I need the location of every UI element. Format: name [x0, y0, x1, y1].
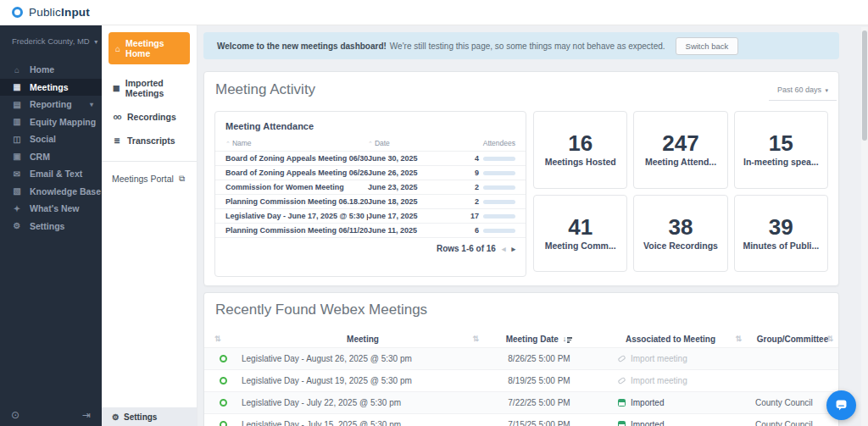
- sidebar-item-home[interactable]: ⌂Home: [0, 61, 102, 79]
- stat-card-meeting-attend[interactable]: 247Meeting Attend...: [633, 111, 727, 189]
- meeting-date: June 26, 2025: [368, 169, 449, 177]
- sidebar-item-label: Equity Mapping: [30, 117, 96, 127]
- attendee-bar-track: [483, 200, 515, 204]
- sidebar-item-label: Social: [30, 134, 56, 144]
- sidebar-item-social[interactable]: ◫Social: [0, 130, 102, 148]
- chat-widget-button[interactable]: [826, 390, 856, 420]
- stat-value: 41: [568, 216, 593, 238]
- table-row[interactable]: Planning Commission Meeting 06/11/2025Ju…: [215, 223, 526, 237]
- meetings-nav-item-imported-meetings[interactable]: ▦Imported Meetings: [102, 71, 197, 105]
- table-row[interactable]: Legislative Day - July 15, 2025 @ 5:30 p…: [204, 413, 838, 426]
- logout-icon[interactable]: ⇥: [82, 409, 91, 421]
- meeting-date-cell: 8/19/25 5:00 PM: [484, 370, 594, 391]
- sidebar-item-knowledge-base[interactable]: ▧Knowledge Base: [0, 183, 102, 201]
- meetings-nav-item-transcripts[interactable]: ≣Transcripts: [102, 129, 197, 152]
- pagination-next-icon[interactable]: ▸: [511, 245, 515, 253]
- attendance-col-name[interactable]: ⌃Name: [225, 139, 368, 147]
- calendar-icon: ▦: [112, 84, 120, 92]
- meeting-date-cell: 7/15/25 5:00 PM: [484, 414, 594, 426]
- attendance-col-date[interactable]: ⌃Date: [368, 139, 449, 147]
- sidebar-item-settings[interactable]: ⚙Settings: [0, 218, 102, 235]
- sidebar-item-email-text[interactable]: ✉Email & Text: [0, 165, 102, 183]
- table-row[interactable]: Legislative Day - August 19, 2025 @ 5:30…: [204, 369, 838, 391]
- stat-label: In-meeting spea...: [743, 157, 819, 167]
- brand-bold: Input: [61, 6, 90, 19]
- meeting-name: Planning Commission Meeting 06.18.2025: [225, 197, 368, 206]
- meeting-name: Legislative Day - June 17, 2025 @ 5:30 p…: [225, 212, 368, 220]
- stat-value: 39: [769, 216, 793, 238]
- table-row[interactable]: Board of Zoning Appeals Meeting 06/26/20…: [215, 165, 526, 180]
- stat-card-voice-recordings[interactable]: 38Voice Recordings: [633, 195, 727, 273]
- col-label-attendees: Attendees: [483, 139, 515, 147]
- attendance-rows: Board of Zoning Appeals Meeting 06/30/20…: [215, 151, 526, 237]
- switch-back-button[interactable]: Switch back: [676, 37, 739, 55]
- table-row[interactable]: Commission for Women MeetingJune 23, 202…: [215, 180, 526, 194]
- meetings-nav-label: Meetings Home: [125, 38, 183, 58]
- attendance-col-attendees[interactable]: Attendees: [449, 139, 515, 147]
- external-link-icon: ⧉: [179, 174, 185, 184]
- webex-col-group-committee[interactable]: Group/Committee⇅: [747, 330, 838, 347]
- link-icon: [617, 355, 626, 362]
- scrollbar-track[interactable]: [861, 27, 868, 426]
- stat-card-in-meeting-spea[interactable]: 15In-meeting spea...: [734, 111, 828, 189]
- clock-icon[interactable]: ⊙: [11, 409, 19, 421]
- sparkle-icon: ✦: [12, 204, 22, 213]
- primary-nav: ⌂Home▦Meetings▤Reporting▾▥Equity Mapping…: [0, 61, 102, 235]
- stat-value: 15: [769, 132, 793, 154]
- org-switcher[interactable]: Frederick County, MD ▾: [0, 25, 102, 54]
- stat-card-meeting-comm[interactable]: 41Meeting Comm...: [533, 195, 627, 273]
- main-content: Welcome to the new meetings dashboard! W…: [197, 25, 868, 426]
- imported-status: Imported: [618, 398, 664, 407]
- stats-grid: 16Meetings Hosted247Meeting Attend...15I…: [533, 111, 828, 272]
- webex-col-associated-to-meeting[interactable]: Associated to Meeting⇅: [594, 330, 747, 347]
- sort-desc-active-icon[interactable]: ↓: [563, 335, 573, 343]
- stat-label: Meeting Attend...: [645, 157, 716, 167]
- webex-col-meeting-date[interactable]: Meeting Date↓: [484, 330, 594, 347]
- meeting-name: Planning Commission Meeting 06/11/2025: [225, 226, 368, 235]
- date-range-dropdown[interactable]: Past 60 days ▾: [769, 82, 837, 101]
- crm-icon: ▣: [12, 152, 22, 161]
- stat-value: 16: [568, 132, 593, 154]
- meeting-attendance-panel: Meeting Attendance ⌃Name ⌃Date Attendees…: [214, 111, 526, 277]
- sidebar-item-label: Settings: [30, 221, 64, 231]
- table-row[interactable]: Planning Commission Meeting 06.18.2025Ju…: [215, 194, 526, 208]
- sidebar-item-reporting[interactable]: ▤Reporting▾: [0, 96, 102, 113]
- meeting-date-cell: 8/26/25 5:00 PM: [484, 348, 594, 369]
- attendee-cell: 9: [449, 169, 515, 177]
- sort-icon: ⌃: [368, 141, 373, 147]
- scrollbar-thumb[interactable]: [862, 30, 867, 141]
- pagination-prev-icon[interactable]: ◂: [502, 245, 506, 253]
- association-cell: Import meeting: [594, 370, 747, 391]
- webex-meetings-card: Recently Found Webex Meetings ⇅Meeting⇅M…: [203, 292, 839, 426]
- table-row[interactable]: Legislative Day - August 26, 2025 @ 5:30…: [204, 347, 838, 369]
- sidebar-item-crm[interactable]: ▣CRM: [0, 148, 102, 166]
- sidebar-item-meetings[interactable]: ▦Meetings: [0, 79, 102, 97]
- meetings-portal-link[interactable]: Meetings Portal ⧉: [102, 162, 197, 191]
- association-cell: Imported: [594, 392, 747, 413]
- table-row[interactable]: Legislative Day - June 17, 2025 @ 5:30 p…: [215, 208, 526, 223]
- sort-icon[interactable]: ⇅: [472, 335, 479, 343]
- webex-col-icon[interactable]: ⇅: [204, 330, 242, 347]
- webex-status-cell: [204, 414, 242, 426]
- import-meeting-button[interactable]: Import meeting: [618, 354, 687, 363]
- sort-icon[interactable]: ⇅: [735, 335, 742, 343]
- meetings-nav-item-recordings[interactable]: ooRecordings: [102, 105, 197, 129]
- attendee-cell: 17: [449, 212, 515, 220]
- table-row[interactable]: Board of Zoning Appeals Meeting 06/30/20…: [215, 151, 526, 165]
- sort-icon[interactable]: ⇅: [826, 335, 833, 343]
- attendee-bar-track: [483, 185, 515, 190]
- meeting-date: June 30, 2025: [368, 154, 449, 163]
- sidebar-settings-button[interactable]: ⚙ Settings: [102, 407, 197, 426]
- stat-card-minutes-of-publi[interactable]: 39Minutes of Publi...: [734, 195, 828, 273]
- sidebar-item-what-s-new[interactable]: ✦What's New: [0, 200, 102, 218]
- table-row[interactable]: Legislative Day - July 22, 2025 @ 5:30 p…: [204, 391, 838, 413]
- meeting-date: June 18, 2025: [368, 197, 449, 206]
- webex-col-meeting[interactable]: Meeting⇅: [242, 330, 484, 347]
- meetings-nav-item-meetings-home[interactable]: ⌂Meetings Home: [108, 32, 190, 64]
- banner-text: We're still testing this page, so some t…: [390, 41, 665, 51]
- sort-icon[interactable]: ⇅: [214, 335, 221, 343]
- import-meeting-button[interactable]: Import meeting: [618, 376, 687, 385]
- stat-card-meetings-hosted[interactable]: 16Meetings Hosted: [533, 111, 627, 189]
- imported-status: Imported: [618, 420, 664, 426]
- sidebar-item-equity-mapping[interactable]: ▥Equity Mapping: [0, 113, 102, 131]
